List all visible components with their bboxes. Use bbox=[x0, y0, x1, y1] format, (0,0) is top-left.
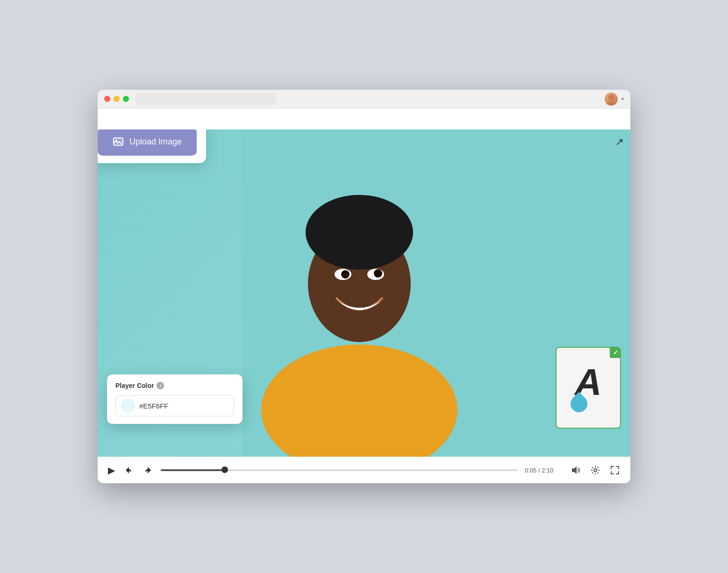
rewind-icon bbox=[124, 466, 134, 475]
forward-icon bbox=[143, 466, 152, 475]
upload-image-popup: Upload Image bbox=[98, 129, 206, 163]
browser-titlebar: ▾ bbox=[98, 90, 630, 108]
svg-point-10 bbox=[374, 269, 382, 278]
avatar[interactable] bbox=[605, 93, 618, 106]
cursor-icon: ↖ bbox=[615, 136, 624, 148]
browser-window: ▾ bbox=[98, 90, 630, 483]
svg-point-1 bbox=[607, 101, 616, 106]
player-image: ↖ Upload Image Player Col bbox=[98, 129, 630, 457]
color-swatch[interactable] bbox=[121, 399, 135, 412]
player-color-title: Player Color i bbox=[115, 382, 234, 389]
volume-button[interactable] bbox=[570, 464, 582, 476]
progress-bar[interactable] bbox=[161, 469, 517, 471]
settings-icon bbox=[590, 465, 600, 475]
time-display: 0:05 / 2:10 bbox=[525, 467, 562, 474]
template-content: A bbox=[571, 364, 606, 412]
svg-marker-13 bbox=[572, 466, 577, 474]
template-checkmark: ✓ bbox=[610, 347, 621, 358]
traffic-light-minimize[interactable] bbox=[114, 96, 120, 102]
upload-button-label: Upload Image bbox=[129, 137, 182, 147]
info-icon[interactable]: i bbox=[157, 382, 164, 389]
volume-icon bbox=[571, 465, 581, 475]
traffic-light-close[interactable] bbox=[104, 96, 110, 102]
template-card[interactable]: ✓ A bbox=[556, 347, 621, 429]
player-wrapper: ↖ Upload Image Player Col bbox=[98, 129, 630, 483]
forward-button[interactable] bbox=[142, 465, 153, 476]
video-controls: ▶ 0:05 / bbox=[98, 457, 630, 483]
upload-image-button[interactable]: Upload Image bbox=[98, 129, 197, 156]
progress-thumb bbox=[221, 466, 228, 473]
rewind-button[interactable] bbox=[123, 465, 135, 476]
svg-point-6 bbox=[306, 195, 413, 270]
traffic-light-maximize[interactable] bbox=[123, 96, 129, 102]
player-top-bar bbox=[98, 108, 630, 129]
avatar-chevron-icon: ▾ bbox=[621, 96, 624, 101]
svg-point-0 bbox=[608, 95, 614, 100]
player-color-popup: Player Color i bbox=[107, 374, 243, 424]
color-hex-input[interactable] bbox=[139, 402, 228, 410]
traffic-lights bbox=[104, 96, 129, 102]
address-bar bbox=[136, 93, 276, 105]
fullscreen-icon bbox=[610, 465, 620, 475]
play-button[interactable]: ▶ bbox=[107, 464, 116, 477]
fullscreen-button[interactable] bbox=[609, 464, 621, 476]
progress-fill bbox=[161, 469, 225, 471]
player-area: ↖ Upload Image Player Col bbox=[98, 129, 630, 483]
svg-point-14 bbox=[594, 469, 597, 472]
color-input-row[interactable] bbox=[115, 395, 234, 416]
svg-point-9 bbox=[341, 270, 350, 279]
image-upload-icon bbox=[113, 136, 124, 147]
settings-button[interactable] bbox=[589, 464, 601, 476]
